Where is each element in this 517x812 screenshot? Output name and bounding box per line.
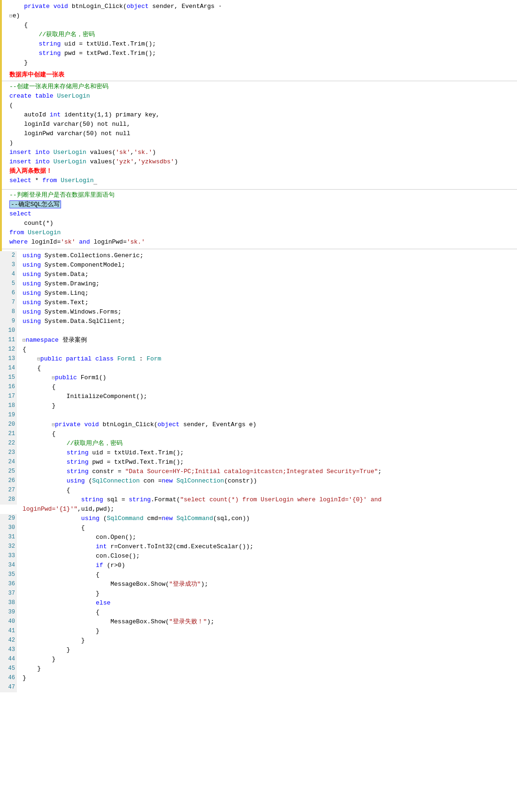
code-line-32: 32 int r=Convert.ToInt32(cmd.ExecuteScal… [0,542,517,552]
code-text: { [21,523,517,533]
code-line-18: 18 } [0,401,517,411]
code-text [21,326,517,336]
line-number: 7 [0,298,17,307]
code-text: create table UserLogin [9,92,90,101]
code-line-4: 4 using System.Data; [0,270,517,279]
line-number: 26 [0,476,17,486]
sql1f-line: ) [2,138,517,148]
code-line-37: 37 } [0,589,517,598]
sql1-line: create table UserLogin [2,92,517,101]
code-text: ⊟namespace 登录案例 [21,336,517,345]
sql-comment1-line: --创建一张表用来存储用户名和密码 [2,82,517,92]
sql3-line: insert into UserLogin values('yzk','yzkw… [2,157,517,167]
line-number: 47 [0,683,17,692]
code-line-9: 9 using System.Data.SqlClient; [0,317,517,326]
line-number: 35 [0,570,17,580]
code-line-34: 34 if (r>0) [0,561,517,570]
code-line-25: 25 string constr = "Data Source=HY-PC;In… [0,467,517,476]
line-number: 22 [0,439,17,448]
code-text: select [9,209,31,219]
code-text: using (SqlCommand cmd=new SqlCommand(sql… [21,514,517,523]
code-text: string pwd = txtPwd.Text.Trim(); [9,49,156,58]
code-line-47: 47 [0,683,517,692]
code-text: { [21,383,517,392]
heading-text: 数据库中创建一张表 [9,70,64,80]
line-number: 19 [0,411,17,420]
code-text: else [21,598,517,608]
code-text: ⊟private void btnLogin_Click(object send… [21,420,517,429]
code-line-39: 39 { [0,608,517,617]
line-number: 18 [0,401,17,411]
bottom-section: 2 using System.Collections.Generic; 3 us… [0,251,517,692]
line-number: 4 [0,270,17,279]
top-line-brace1: { [2,21,517,30]
code-text: } [9,58,28,68]
sql2-line: insert into UserLogin values('sk','sk.') [2,148,517,157]
code-line-36: 36 MessageBox.Show("登录成功"); [0,580,517,589]
sql1b-line: ( [2,101,517,110]
code-line-23: 23 string uid = txtUid.Text.Trim(); [0,448,517,458]
line-number: 39 [0,608,17,617]
top-line-uid: string uid = txtUid.Text.Trim(); [2,39,517,49]
code-line-29: 29 using (SqlCommand cmd=new SqlCommand(… [0,514,517,523]
code-line-6: 6 using System.Linq; [0,289,517,298]
code-text: ⊟public Form1() [21,373,517,383]
code-line-26: 26 using (SqlConnection con =new SqlConn… [0,476,517,486]
heading-text: 插入两条数据！ [9,167,52,176]
code-text: count(*) [9,219,54,228]
line-number: 42 [0,636,17,645]
code-text: { [21,570,517,580]
code-text: string constr = "Data Source=HY-PC;Initi… [21,467,517,476]
code-text: } [21,645,517,655]
code-line-8: 8 using System.Windows.Forms; [0,307,517,317]
code-line-24: 24 string pwd = txtPwd.Text.Trim(); [0,458,517,467]
line-number: 44 [0,655,17,664]
code-text: MessageBox.Show("登录失败！"); [21,617,517,627]
code-text: private void btnLogin_Click(object sende… [9,2,222,11]
top-heading3: --判断登录用户是否在数据库里面语句 [2,191,517,200]
line-number: 15 [0,373,17,383]
top-heading4: --确定SQL怎么写 [2,200,517,209]
code-text: using (SqlConnection con =new SqlConnect… [21,476,517,486]
code-text: string uid = txtUid.Text.Trim(); [21,448,517,458]
code-text: loginPwd='{1}'",uid,pwd); [21,505,517,514]
code-text: } [21,674,517,683]
code-text: //获取用户名，密码 [21,439,517,448]
code-text: autoId int identity(1,1) primary key, [9,110,160,120]
code-text: --创建一张表用来存储用户名和密码 [9,82,108,92]
line-number: 21 [0,429,17,439]
code-text [21,411,517,420]
line-number: 32 [0,542,17,552]
code-text: string sql = string.Format("select count… [21,495,517,505]
code-text: using System.Text; [21,298,517,307]
top-line-brace2: } [2,58,517,68]
code-text: } [21,627,517,636]
line-number: 46 [0,674,17,683]
code-line-20: 20 ⊟private void btnLogin_Click(object s… [0,420,517,429]
code-text: int r=Convert.ToInt32(cmd.ExecuteScalar(… [21,542,517,552]
line-number: 5 [0,279,17,289]
top-line-method: private void btnLogin_Click(object sende… [2,2,517,11]
code-line-19: 19 [0,411,517,420]
code-line-38: 38 else [0,598,517,608]
code-line-43: 43 } [0,645,517,655]
code-line-12: 12 { [0,345,517,354]
code-text: MessageBox.Show("登录成功"); [21,580,517,589]
code-text: } [21,655,517,664]
line-number: 29 [0,514,17,523]
code-line-28: 28 string sql = string.Format("select co… [0,495,517,505]
top-heading2: 插入两条数据！ [2,167,517,176]
line-number: 30 [0,523,17,533]
code-line-33: 33 con.Close(); [0,552,517,561]
code-line-44: 44 } [0,655,517,664]
code-text: using System.Drawing; [21,279,517,289]
line-number: 31 [0,533,17,542]
code-text: using System.Linq; [21,289,517,298]
code-text: InitializeComponent(); [21,392,517,401]
sql1c-line: autoId int identity(1,1) primary key, [2,110,517,120]
sql5b-line: count(*) [2,219,517,228]
code-text: using System.Collections.Generic; [21,251,517,260]
code-text: { [21,429,517,439]
code-line-2: 2 using System.Collections.Generic; [0,251,517,260]
code-text: using System.Windows.Forms; [21,307,517,317]
